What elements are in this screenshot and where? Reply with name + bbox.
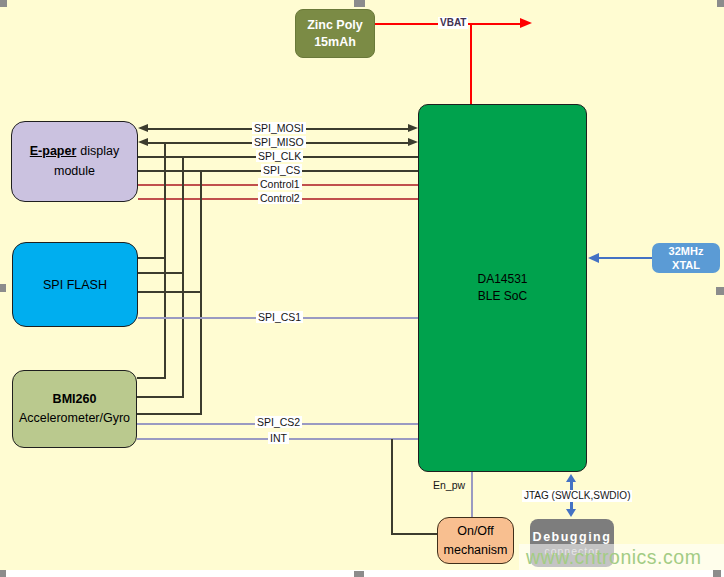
bmi260-label-line1: BMI260 [53, 390, 97, 409]
bmi260-label-line2: Accelerometer/Gyro [19, 409, 130, 428]
bmi260-block: BMI260 Accelerometer/Gyro [12, 370, 137, 448]
resize-handle-middle-right[interactable] [716, 287, 724, 295]
epaper-display-block: E-paperdisplay module [11, 121, 138, 202]
resize-handle-bottom-middle[interactable] [354, 571, 364, 577]
epaper-label-emphasis: E-paper [30, 144, 77, 158]
battery-block: Zinc Poly 15mAh [295, 9, 375, 58]
jtag-arrowhead-down-icon [566, 509, 576, 517]
onoff-int-line-horizontal [391, 533, 438, 535]
da14531-soc-block: DA14531 BLE SoC [418, 104, 587, 472]
bus-vertical-clk [182, 157, 184, 398]
watermark-text: www.cntronics.com [519, 546, 701, 569]
diagram-canvas: VBAT SPI_MOSI SPI_MISO SPI_CLK SPI_CS Co… [0, 0, 724, 577]
en-pw-line [471, 472, 473, 518]
spi-flash-block: SPI FLASH [12, 242, 138, 327]
spi-mosi-arrowhead-left-icon [138, 124, 148, 132]
spi-miso-arrowhead-right-icon [408, 138, 418, 146]
xtal-line [598, 257, 652, 259]
spi-miso-label: SPI_MISO [252, 136, 306, 148]
onoff-label-line1: On/Off [457, 522, 494, 540]
flash-bus-stub-3 [138, 291, 202, 293]
jtag-arrowhead-up-icon [566, 474, 576, 482]
spi-miso-arrowhead-left-icon [138, 138, 148, 146]
spi-clk-label: SPI_CLK [256, 150, 303, 162]
jtag-label: JTAG (SWCLK,SWDIO) [522, 490, 632, 502]
epaper-label-line2: module [54, 162, 95, 181]
epaper-label-rest: display [80, 144, 119, 158]
vbat-label: VBAT [438, 17, 468, 29]
xtal-label-line1: 32MHz [669, 244, 704, 258]
resize-handle-top-left[interactable] [0, 0, 7, 7]
soc-label-line1: DA14531 [477, 271, 527, 288]
vbat-line-vertical [470, 24, 472, 105]
flash-bus-stub-2 [138, 272, 184, 274]
resize-handle-bottom-left[interactable] [0, 570, 6, 577]
xtal-label-line2: XTAL [672, 258, 700, 272]
bus-vertical-miso [164, 143, 166, 379]
xtal-block: 32MHz XTAL [652, 243, 720, 273]
onoff-label-line2: mechanism [444, 541, 508, 559]
bus-vertical-cs [200, 171, 202, 415]
watermark-band: www.cntronics.com [519, 544, 724, 570]
int-label: INT [268, 432, 289, 444]
flash-bus-stub-1 [138, 257, 166, 259]
xtal-arrowhead-left-icon [588, 253, 599, 263]
imu-bus-stub-3 [137, 413, 202, 415]
control2-label: Control2 [258, 192, 302, 204]
spi-flash-label: SPI FLASH [43, 278, 107, 292]
vbat-arrowhead-right-icon [520, 18, 532, 28]
debug-label-line1: Debugging [533, 529, 612, 545]
epaper-label-line1: E-paperdisplay [30, 142, 119, 161]
onoff-mechanism-block: On/Off mechanism [437, 517, 514, 564]
resize-handle-top-middle[interactable] [354, 0, 365, 7]
imu-bus-stub-1 [137, 377, 166, 379]
onoff-int-line-vertical [391, 439, 393, 535]
control1-label: Control1 [258, 178, 302, 190]
spi-cs2-label: SPI_CS2 [255, 416, 302, 428]
resize-handle-top-right[interactable] [717, 0, 724, 7]
battery-label-line2: 15mAh [314, 34, 356, 50]
spi-cs1-label: SPI_CS1 [256, 311, 303, 323]
en-pw-label: En_pw [431, 479, 467, 491]
imu-bus-stub-2 [137, 396, 184, 398]
soc-label-line2: BLE SoC [478, 288, 527, 305]
battery-label-line1: Zinc Poly [307, 17, 363, 33]
spi-mosi-label: SPI_MOSI [252, 122, 306, 134]
spi-cs-label: SPI_CS [261, 164, 302, 176]
resize-handle-middle-left[interactable] [0, 284, 6, 292]
spi-mosi-arrowhead-right-icon [408, 124, 418, 132]
resize-handle-bottom-right[interactable] [713, 570, 721, 577]
